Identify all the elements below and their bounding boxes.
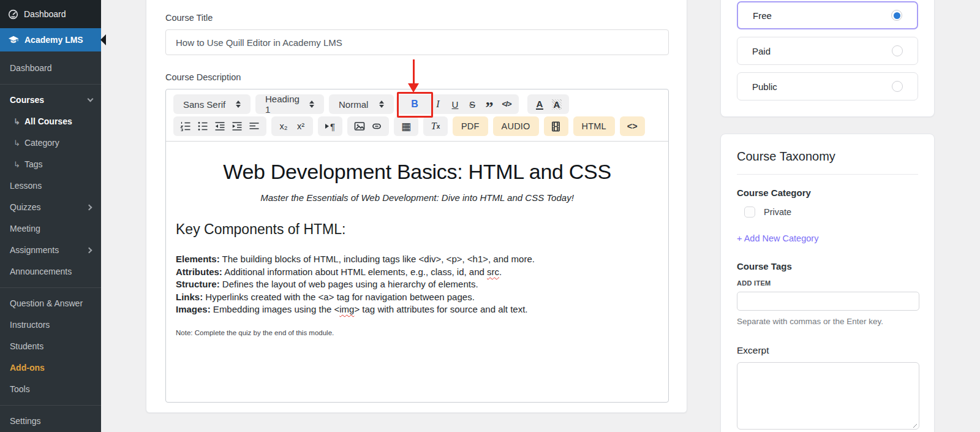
graduation-cap-icon (8, 35, 19, 45)
direction-group: ¶ (318, 116, 342, 136)
sidebar-item-label: Dashboard (24, 9, 66, 19)
sidebar-item-wp-dashboard[interactable]: Dashboard (0, 0, 101, 28)
outdent-button[interactable] (211, 118, 228, 135)
course-category-label: Course Category (737, 188, 918, 198)
insert-video-button[interactable] (548, 118, 565, 135)
editor-content[interactable]: Web Development Basics: HTML and CSS Mas… (166, 142, 668, 336)
taxonomy-title: Course Taxonomy (737, 150, 918, 164)
active-menu-arrow (100, 34, 106, 45)
tags-helper-text: Separate with commas or the Enter key. (737, 317, 918, 326)
option-public[interactable]: Public (737, 72, 918, 100)
script-group: x₂ x² (271, 116, 313, 136)
course-title-input[interactable] (165, 29, 669, 55)
body-line: Structure: Defines the layout of web pag… (176, 278, 658, 291)
annotation-highlight-box (397, 92, 433, 118)
page: Dashboard Academy LMS Dashboard Courses … (0, 0, 980, 432)
category-private[interactable]: Private (744, 207, 918, 218)
sidebar-item-all-courses[interactable]: ↳All Courses (0, 111, 101, 132)
add-item-label: ADD ITEM (737, 279, 918, 287)
menu-divider (0, 405, 101, 406)
sidebar-item-lessons[interactable]: Lessons (0, 175, 101, 197)
chevron-right-icon (86, 247, 92, 253)
underline-button[interactable]: U (447, 96, 464, 113)
blockquote-button[interactable]: ” (481, 96, 498, 113)
insert-link-button[interactable] (368, 118, 385, 135)
triangle-icon (325, 124, 329, 129)
sidebar-item-add-ons[interactable]: Add-ons (0, 357, 101, 379)
document-note: Note: Complete the quiz by the end of th… (176, 329, 658, 336)
body-line: Elements: The building blocks of HTML, i… (176, 253, 658, 266)
radio-icon[interactable] (892, 81, 903, 92)
sidebar-item-students[interactable]: Students (0, 336, 101, 357)
indent-button[interactable] (228, 118, 246, 135)
excerpt-label: Excerpt (737, 345, 918, 356)
admin-sidebar: Dashboard Academy LMS Dashboard Courses … (0, 0, 101, 432)
insert-audio-button[interactable]: AUDIO (497, 118, 535, 135)
font-family-dropdown[interactable]: Sans Serif (173, 94, 251, 114)
insert-image-button[interactable] (351, 118, 368, 135)
insert-table-button[interactable]: ▦ (398, 118, 415, 135)
radio-selected-icon[interactable] (891, 10, 902, 21)
excerpt-textarea[interactable] (737, 362, 919, 430)
sidebar-item-tags[interactable]: ↳Tags (0, 154, 101, 175)
sidebar-item-courses[interactable]: Courses (0, 89, 101, 111)
sidebar-item-category[interactable]: ↳Category (0, 132, 101, 154)
html-source-button[interactable]: HTML (577, 118, 611, 135)
annotation-arrow-line (413, 59, 415, 85)
course-taxonomy-panel: Course Taxonomy Course Category Private … (720, 134, 935, 432)
menu-divider (0, 287, 101, 288)
updown-icon (379, 100, 384, 108)
sidebar-item-instructors[interactable]: Instructors (0, 314, 101, 336)
align-button[interactable] (246, 118, 263, 135)
code-block-button[interactable]: </> (498, 96, 515, 113)
body-line: Images: Embedding images using the <img>… (176, 303, 658, 316)
return-arrow-icon: ↳ (13, 160, 20, 169)
color-group: A A (527, 94, 569, 114)
heading-dropdown[interactable]: Heading 1 (255, 94, 324, 114)
shortcode-button[interactable]: <> (624, 118, 641, 135)
course-editor-card: Course Title Course Description Sans Ser… (146, 0, 687, 413)
video-group (544, 116, 568, 136)
tags-input[interactable] (737, 292, 919, 311)
document-subtitle: Master the Essentials of Web Development… (176, 192, 658, 203)
plugin-submenu: Dashboard Courses ↳All Courses ↳Category… (0, 51, 101, 432)
sidebar-item-quizzes[interactable]: Quizzes (0, 197, 101, 218)
text-direction-button[interactable]: ¶ (322, 118, 339, 135)
superscript-button[interactable]: x² (292, 118, 309, 135)
add-new-category-link[interactable]: + Add New Category (737, 233, 918, 243)
sidebar-item-settings[interactable]: Settings (0, 411, 101, 432)
dashboard-gauge-icon (8, 9, 18, 20)
divider (737, 174, 918, 175)
option-free[interactable]: Free (737, 1, 918, 29)
updown-icon (236, 100, 241, 108)
sidebar-item-tools[interactable]: Tools (0, 379, 101, 400)
chevron-right-icon (86, 204, 92, 210)
body-line: Attributes: Additional information about… (176, 266, 658, 279)
course-description-label: Course Description (165, 72, 668, 82)
highlight-color-button[interactable]: A (548, 96, 565, 113)
course-type-panel: Free Paid Public (720, 0, 935, 117)
sidebar-item-label: Academy LMS (24, 35, 83, 45)
insert-pdf-button[interactable]: PDF (456, 118, 484, 135)
course-title-label: Course Title (165, 13, 668, 23)
menu-divider (0, 84, 101, 85)
checkbox-icon[interactable] (744, 207, 755, 218)
font-size-dropdown[interactable]: Normal (329, 94, 394, 114)
subscript-button[interactable]: x₂ (275, 118, 292, 135)
sidebar-item-meeting[interactable]: Meeting (0, 218, 101, 240)
sidebar-item-dashboard[interactable]: Dashboard (0, 58, 101, 79)
body-line: Links: Hyperlinks created with the <a> t… (176, 291, 658, 304)
clear-formatting-button[interactable]: Tx (427, 118, 444, 135)
strikethrough-button[interactable]: S (464, 96, 481, 113)
sidebar-item-academy-lms[interactable]: Academy LMS (0, 28, 101, 51)
course-tags-label: Course Tags (737, 261, 918, 271)
text-color-button[interactable]: A (531, 96, 548, 113)
ordered-list-button[interactable] (177, 118, 194, 135)
radio-icon[interactable] (892, 45, 903, 56)
bullet-list-button[interactable] (194, 118, 211, 135)
option-paid[interactable]: Paid (737, 37, 918, 65)
sidebar-item-question-answer[interactable]: Question & Answer (0, 293, 101, 314)
clean-group: Tx (423, 116, 448, 136)
sidebar-item-announcements[interactable]: Announcements (0, 261, 101, 282)
sidebar-item-assignments[interactable]: Assignments (0, 240, 101, 261)
